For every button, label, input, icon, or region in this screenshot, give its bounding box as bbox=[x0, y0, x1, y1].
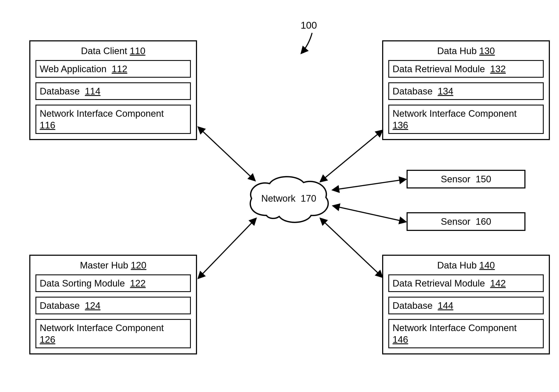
figure-reference: 100 bbox=[301, 19, 317, 31]
data-hub-140-item-database: Database 144 bbox=[388, 297, 544, 314]
data-hub-130-title: Data Hub 130 bbox=[388, 46, 544, 56]
data-client-title: Data Client 110 bbox=[36, 46, 191, 56]
diagram-canvas: 100 Data Client 110 Web Application 112 … bbox=[0, 0, 559, 392]
data-hub-130-box: Data Hub 130 Data Retrieval Module 132 D… bbox=[382, 40, 550, 140]
sensor-150-box: Sensor 150 bbox=[407, 170, 525, 189]
svg-line-3 bbox=[321, 219, 382, 277]
data-client-item-database: Database 114 bbox=[36, 82, 191, 100]
master-hub-box: Master Hub 120 Data Sorting Module 122 D… bbox=[29, 255, 197, 355]
data-hub-130-item-database: Database 134 bbox=[388, 82, 544, 100]
master-hub-item-nic: Network Interface Component126 bbox=[36, 319, 191, 348]
data-hub-140-item-nic: Network Interface Component146 bbox=[388, 319, 544, 348]
data-client-item-nic: Network Interface Component116 bbox=[36, 105, 191, 134]
data-hub-140-box: Data Hub 140 Data Retrieval Module 142 D… bbox=[382, 255, 550, 355]
svg-line-4 bbox=[333, 179, 406, 190]
master-hub-item-sorting: Data Sorting Module 122 bbox=[36, 274, 191, 292]
data-hub-130-item-nic: Network Interface Component136 bbox=[388, 105, 544, 134]
svg-line-5 bbox=[333, 206, 406, 222]
master-hub-title: Master Hub 120 bbox=[36, 260, 191, 271]
network-cloud-label: Network 170 bbox=[243, 193, 334, 204]
network-cloud: Network 170 bbox=[243, 171, 334, 226]
sensor-160-box: Sensor 160 bbox=[407, 212, 525, 231]
master-hub-item-database: Database 124 bbox=[36, 297, 191, 314]
data-client-item-web-app: Web Application 112 bbox=[36, 60, 191, 78]
data-hub-140-item-retrieval: Data Retrieval Module 142 bbox=[388, 274, 544, 292]
data-client-box: Data Client 110 Web Application 112 Data… bbox=[29, 40, 197, 140]
svg-line-1 bbox=[198, 219, 256, 278]
data-hub-130-item-retrieval: Data Retrieval Module 132 bbox=[388, 60, 544, 78]
data-hub-140-title: Data Hub 140 bbox=[388, 260, 544, 271]
